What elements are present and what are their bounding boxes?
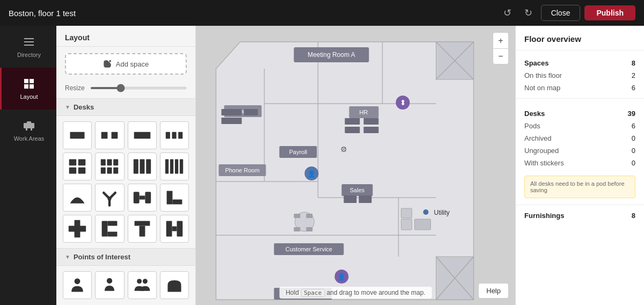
resize-label: Resize — [65, 84, 85, 92]
redo-button[interactable]: ↻ — [520, 5, 537, 21]
desks-section-header[interactable]: ▼ Desks — [56, 98, 195, 116]
svg-rect-43 — [69, 226, 86, 232]
desk-l-shape[interactable] — [160, 184, 189, 212]
spaces-total-value: 8 — [632, 59, 635, 67]
poi-caret-icon: ▼ — [65, 254, 70, 260]
zoom-in-button[interactable]: + — [493, 32, 509, 48]
svg-rect-9 — [26, 128, 27, 130]
sidebar-item-label: Work Areas — [14, 135, 45, 142]
desk-arc[interactable] — [63, 184, 92, 212]
svg-rect-37 — [133, 192, 139, 204]
layout-panel: Layout Add space Resize ▼ Desks — [56, 26, 196, 305]
svg-text:Utility: Utility — [434, 209, 450, 216]
desk-single[interactable] — [63, 121, 92, 149]
topbar-actions: ↺ ↻ Close Publish — [499, 5, 635, 21]
svg-rect-8 — [27, 121, 31, 123]
svg-text:Meeting Room A: Meeting Room A — [308, 51, 355, 59]
svg-rect-108 — [401, 219, 412, 230]
svg-text:👤: 👤 — [338, 273, 346, 281]
poi-amenity[interactable] — [160, 271, 189, 299]
resize-slider[interactable] — [90, 87, 187, 89]
ungrouped-label: Ungrouped — [524, 147, 559, 155]
svg-rect-17 — [172, 132, 176, 139]
close-button[interactable]: Close — [541, 5, 581, 21]
poi-group[interactable] — [128, 271, 157, 299]
desk-wide[interactable] — [128, 121, 157, 149]
svg-rect-19 — [69, 159, 77, 166]
pods-value: 6 — [632, 122, 635, 130]
svg-rect-101 — [294, 214, 301, 218]
svg-rect-1 — [24, 41, 34, 42]
svg-rect-25 — [114, 159, 119, 166]
publish-button[interactable]: Publish — [584, 5, 635, 20]
desk-row-3[interactable] — [128, 152, 157, 180]
desk-bracket[interactable] — [95, 215, 124, 243]
svg-rect-50 — [177, 221, 182, 237]
svg-point-55 — [137, 279, 142, 284]
desk-h-shape[interactable] — [160, 215, 189, 243]
warning-box: All desks need to be in a pod before sav… — [524, 176, 635, 198]
directory-icon — [23, 35, 35, 48]
desks-total-row: Desks 39 — [524, 107, 635, 120]
map-area[interactable]: Meeting Room A Finance HR Payroll Phone … — [196, 26, 515, 305]
desk-t-shape[interactable] — [128, 215, 157, 243]
svg-point-52 — [75, 278, 80, 284]
sidebar-item-layout[interactable]: Layout — [0, 68, 56, 110]
add-space-icon — [103, 60, 112, 68]
not-on-map-value: 6 — [632, 84, 635, 92]
svg-rect-57 — [167, 285, 181, 292]
pods-row: Pods 6 — [524, 120, 635, 132]
main-layout: Directory Layout Work Areas Layout Add s… — [0, 26, 644, 305]
svg-rect-12 — [70, 132, 85, 139]
desk-double-gap[interactable] — [95, 121, 124, 149]
poi-person[interactable] — [63, 271, 92, 299]
svg-rect-7 — [24, 123, 34, 128]
svg-rect-34 — [175, 159, 178, 174]
desk-2x2[interactable] — [63, 152, 92, 180]
help-button[interactable]: Help — [478, 283, 509, 299]
desk-row-4[interactable] — [160, 152, 189, 180]
svg-rect-3 — [24, 79, 28, 83]
sidebar-item-directory[interactable]: Directory — [0, 26, 56, 68]
svg-rect-24 — [107, 159, 112, 166]
poi-section-header[interactable]: ▼ Points of Interest — [56, 248, 195, 266]
svg-rect-109 — [401, 208, 412, 218]
poi-person2[interactable] — [95, 271, 124, 299]
desk-2x3[interactable] — [95, 152, 124, 180]
svg-text:Payroll: Payroll — [289, 149, 308, 155]
svg-rect-20 — [78, 159, 86, 166]
svg-rect-82 — [345, 127, 360, 133]
svg-rect-31 — [146, 159, 151, 174]
zoom-out-button[interactable]: − — [493, 48, 509, 64]
svg-text:HR: HR — [360, 109, 368, 115]
svg-rect-51 — [172, 227, 177, 231]
furnishings-row[interactable]: Furnishings 8 — [516, 205, 644, 226]
svg-rect-10 — [31, 128, 32, 130]
undo-button[interactable]: ↺ — [499, 5, 516, 21]
svg-rect-40 — [166, 191, 172, 204]
desk-dumbbell[interactable] — [128, 184, 157, 212]
map-hint-text: Hold Space and drag to move around the m… — [286, 289, 426, 296]
add-space-button[interactable]: Add space — [65, 53, 187, 75]
svg-rect-18 — [178, 132, 182, 139]
work-areas-icon — [23, 119, 35, 132]
furnishings-label: Furnishings — [524, 212, 564, 220]
svg-rect-29 — [133, 159, 138, 174]
not-on-map-row: Not on map 6 — [524, 82, 635, 94]
desk-y-shape[interactable] — [95, 184, 124, 212]
svg-rect-27 — [107, 168, 112, 174]
svg-rect-26 — [101, 168, 106, 174]
desk-triple-gap[interactable] — [160, 121, 189, 149]
sidebar-item-work-areas[interactable]: Work Areas — [0, 110, 56, 151]
svg-rect-44 — [102, 221, 108, 237]
svg-rect-89 — [244, 109, 258, 115]
on-this-floor-value: 2 — [632, 71, 635, 79]
pods-label: Pods — [524, 122, 540, 130]
svg-text:Customer Service: Customer Service — [286, 246, 332, 252]
svg-rect-102 — [306, 214, 313, 218]
svg-rect-97 — [359, 195, 372, 203]
svg-rect-103 — [294, 227, 301, 231]
svg-rect-38 — [145, 192, 151, 204]
desk-plus[interactable] — [63, 215, 92, 243]
not-on-map-label: Not on map — [524, 84, 560, 92]
